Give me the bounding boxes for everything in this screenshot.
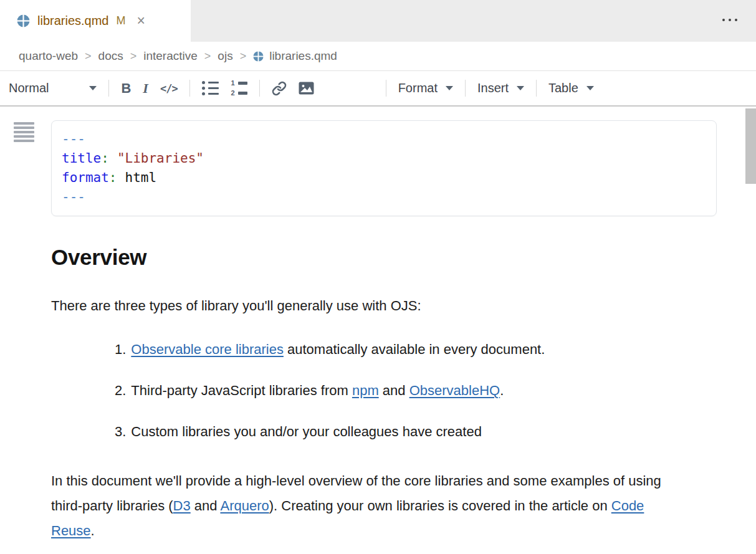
toolbar-separator bbox=[259, 80, 260, 97]
tab-libraries-qmd[interactable]: libraries.qmd M × bbox=[0, 0, 191, 42]
git-modified-badge: M bbox=[116, 14, 125, 27]
bullet-list-icon bbox=[202, 81, 219, 95]
caret-down-icon bbox=[446, 86, 453, 90]
format-menu[interactable]: Format bbox=[398, 81, 453, 95]
tab-bar: libraries.qmd M × bbox=[0, 0, 756, 42]
quarto-icon bbox=[253, 51, 264, 62]
yaml-front-matter-block[interactable]: --- title:"Libraries" format:html --- bbox=[51, 120, 717, 216]
toolbar-separator bbox=[536, 80, 537, 97]
closing-paragraph[interactable]: In this document we'll provide a high-le… bbox=[51, 469, 682, 543]
bold-button[interactable]: B bbox=[121, 80, 131, 97]
toolbar-separator bbox=[386, 80, 386, 97]
breadcrumb-item-file[interactable]: libraries.qmd bbox=[253, 49, 337, 63]
editor-toolbar: Normal B I </> 1 2 Format bbox=[0, 70, 756, 107]
list-item[interactable]: 1.Observable core libraries automaticall… bbox=[115, 341, 717, 358]
list-item[interactable]: 2.Third-party JavaScript libraries from … bbox=[115, 382, 717, 399]
bullet-list-button[interactable] bbox=[202, 81, 219, 95]
list-item-number: 1. bbox=[115, 341, 126, 357]
list-item-number: 3. bbox=[115, 424, 126, 439]
paragraph-style-select[interactable]: Normal bbox=[9, 81, 49, 95]
list-item-number: 2. bbox=[115, 383, 126, 398]
image-button[interactable] bbox=[299, 82, 314, 95]
observable-core-libraries-link[interactable]: Observable core libraries bbox=[131, 341, 284, 357]
toolbar-separator bbox=[108, 80, 109, 97]
arquero-link[interactable]: Arquero bbox=[220, 498, 269, 513]
caret-down-icon[interactable] bbox=[89, 86, 97, 90]
chevron-right-icon: > bbox=[240, 50, 247, 63]
breadcrumb-item-quarto-web[interactable]: quarto-web bbox=[19, 49, 78, 63]
npm-link[interactable]: npm bbox=[352, 383, 379, 398]
editor-content: --- title:"Libraries" format:html --- Ov… bbox=[0, 107, 756, 554]
link-button[interactable] bbox=[272, 81, 287, 96]
ordered-list: 1.Observable core libraries automaticall… bbox=[51, 341, 717, 441]
document-body: --- title:"Libraries" format:html --- Ov… bbox=[51, 120, 717, 543]
breadcrumb-item-ojs[interactable]: ojs bbox=[218, 49, 232, 63]
yaml-format-line: format:html bbox=[62, 168, 706, 188]
insert-menu[interactable]: Insert bbox=[477, 81, 524, 95]
yaml-open-delimiter: --- bbox=[62, 130, 706, 149]
more-actions-icon[interactable] bbox=[722, 19, 737, 21]
caret-down-icon bbox=[586, 86, 594, 90]
table-menu[interactable]: Table bbox=[548, 81, 594, 95]
toolbar-separator bbox=[465, 80, 466, 97]
yaml-title-line: title:"Libraries" bbox=[62, 149, 706, 168]
toolbar-separator bbox=[189, 80, 190, 97]
chevron-right-icon: > bbox=[85, 50, 92, 63]
breadcrumb-file-label: libraries.qmd bbox=[269, 49, 337, 63]
numbered-list-icon: 1 2 bbox=[231, 80, 247, 97]
quarto-icon bbox=[17, 14, 30, 27]
breadcrumb-item-docs[interactable]: docs bbox=[98, 49, 123, 63]
scrollbar-thumb[interactable] bbox=[745, 108, 756, 184]
italic-button[interactable]: I bbox=[143, 80, 148, 97]
list-item[interactable]: 3.Custom libraries you and/or your colle… bbox=[115, 423, 717, 441]
observablehq-link[interactable]: ObservableHQ bbox=[409, 383, 500, 398]
image-icon bbox=[299, 82, 314, 95]
d3-link[interactable]: D3 bbox=[173, 498, 191, 513]
caret-down-icon bbox=[517, 86, 524, 90]
chevron-right-icon: > bbox=[204, 50, 211, 63]
breadcrumb-item-interactive[interactable]: interactive bbox=[143, 49, 198, 63]
close-icon[interactable]: × bbox=[136, 14, 145, 28]
yaml-close-delimiter: --- bbox=[62, 188, 706, 207]
drag-handle-icon[interactable] bbox=[14, 122, 34, 144]
intro-paragraph[interactable]: There are three types of library you'll … bbox=[51, 297, 717, 315]
chevron-right-icon: > bbox=[130, 50, 137, 63]
link-icon bbox=[272, 81, 287, 96]
tab-title: libraries.qmd bbox=[37, 14, 108, 28]
page-title[interactable]: Overview bbox=[51, 245, 717, 270]
code-button[interactable]: </> bbox=[160, 82, 178, 95]
breadcrumb: quarto-web > docs > interactive > ojs > … bbox=[0, 42, 756, 70]
numbered-list-button[interactable]: 1 2 bbox=[231, 80, 247, 97]
